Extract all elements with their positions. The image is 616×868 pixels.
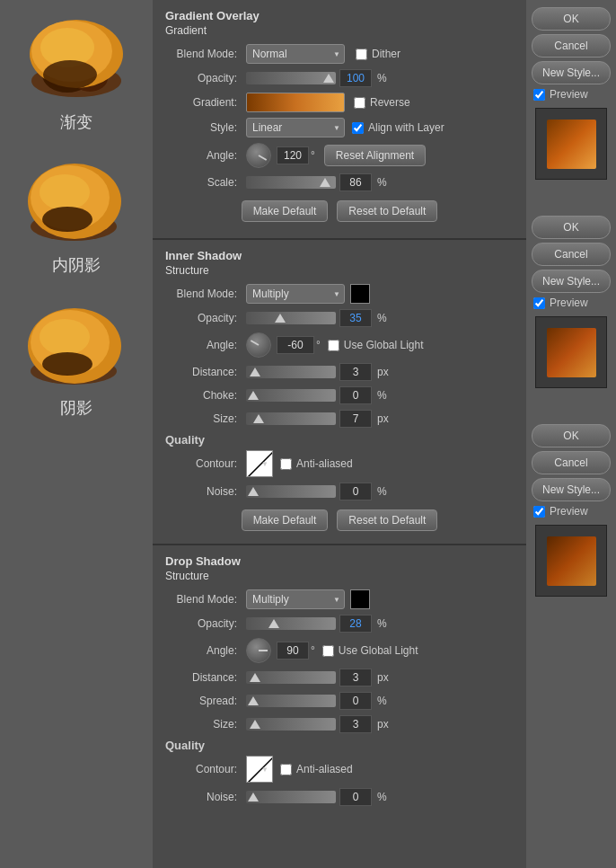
gradient-scale-value[interactable]: 86 (339, 173, 372, 191)
brush-label-2: 内阴影 (52, 254, 101, 276)
drop-spread-value[interactable]: 0 (339, 692, 372, 710)
drop-opacity-value[interactable]: 28 (339, 615, 372, 633)
drop-distance-thumb[interactable] (250, 673, 260, 682)
gradient-angle-value[interactable]: 120 (277, 146, 309, 164)
drop-noise-track[interactable] (246, 791, 336, 803)
gradient-overlay-subtitle: Gradient (165, 24, 514, 37)
gradient-scale-track[interactable] (246, 176, 336, 189)
drop-distance-track[interactable] (246, 671, 336, 684)
gradient-make-default-btn[interactable]: Make Default (242, 200, 329, 222)
drop-opacity-label: Opacity: (165, 617, 246, 630)
right-panel: OK Cancel New Style... Preview OK Cancel… (526, 0, 616, 868)
inner-opacity-track[interactable] (246, 312, 336, 324)
drop-spread-slider-container: 0 % (246, 692, 387, 710)
gradient-reset-btn[interactable]: Reset to Default (337, 200, 437, 222)
drop-blend-mode-select-wrapper[interactable]: Multiply (246, 589, 345, 609)
inner-size-value[interactable]: 7 (339, 410, 372, 428)
gradient-angle-dial[interactable] (246, 143, 271, 168)
gradient-blend-mode-select-wrapper[interactable]: Normal (246, 44, 345, 64)
drop-noise-thumb[interactable] (248, 793, 259, 802)
drop-size-track[interactable] (246, 718, 336, 731)
inner-angle-dial[interactable] (246, 332, 271, 358)
cancel-btn-3[interactable]: Cancel (532, 451, 611, 474)
inner-distance-unit: px (377, 366, 389, 378)
new-style-btn-1[interactable]: New Style... (532, 61, 611, 84)
new-style-btn-2[interactable]: New Style... (532, 270, 611, 293)
drop-opacity-thumb[interactable] (268, 619, 279, 628)
ok-btn-2[interactable]: OK (532, 216, 611, 239)
inner-choke-track[interactable] (246, 389, 336, 402)
cancel-btn-2[interactable]: Cancel (532, 243, 611, 266)
inner-choke-label: Choke: (165, 389, 246, 402)
gradient-angle-dial-line (259, 155, 268, 161)
drop-contour-select-wrapper[interactable] (246, 756, 273, 783)
gradient-opacity-track[interactable] (246, 72, 336, 84)
drop-size-thumb[interactable] (250, 720, 260, 729)
gradient-opacity-value[interactable]: 100 (339, 69, 372, 87)
inner-angle-dial-line (251, 340, 260, 346)
reset-alignment-btn[interactable]: Reset Alignment (324, 145, 426, 166)
inner-global-light-checkbox[interactable] (328, 340, 339, 351)
inner-size-thumb[interactable] (253, 414, 264, 423)
preview-checkbox-3[interactable] (533, 506, 545, 518)
inner-choke-value[interactable]: 0 (339, 386, 372, 404)
gradient-opacity-thumb[interactable] (323, 74, 334, 83)
drop-angle-value[interactable]: 90 (277, 642, 309, 660)
drop-size-value[interactable]: 3 (339, 715, 372, 733)
inner-opacity-thumb[interactable] (275, 314, 286, 323)
gradient-scale-thumb[interactable] (320, 178, 330, 187)
drop-contour-svg (247, 757, 273, 783)
gradient-overlay-panel: Gradient Overlay Gradient Blend Mode: No… (153, 0, 526, 238)
drop-distance-label: Distance: (165, 671, 246, 684)
inner-choke-thumb[interactable] (248, 391, 259, 400)
gradient-opacity-unit: % (377, 72, 387, 84)
brush-illustration-2 (18, 156, 135, 251)
inner-noise-value[interactable]: 0 (339, 483, 372, 500)
ok-btn-1[interactable]: OK (532, 7, 611, 31)
inner-reset-btn[interactable]: Reset to Default (337, 509, 437, 531)
preview-checkbox-1[interactable] (533, 89, 545, 101)
preview-checkbox-2[interactable] (533, 297, 545, 309)
cancel-btn-1[interactable]: Cancel (532, 34, 611, 58)
preview-row-1: Preview (533, 88, 611, 101)
drop-global-light-checkbox[interactable] (322, 645, 334, 657)
inner-blend-mode-select[interactable]: Multiply (246, 284, 345, 304)
reverse-checkbox[interactable] (354, 97, 365, 109)
gradient-scale-label: Scale: (165, 176, 246, 189)
drop-distance-value[interactable]: 3 (339, 669, 372, 686)
inner-size-track[interactable] (246, 412, 336, 425)
drop-angle-dial[interactable] (246, 638, 271, 663)
inner-noise-track[interactable] (246, 485, 336, 498)
inner-contour-select-wrapper[interactable] (246, 450, 273, 477)
drop-blend-mode-select[interactable]: Multiply (246, 589, 345, 609)
inner-anti-alias-checkbox[interactable] (280, 458, 292, 470)
inner-distance-value[interactable]: 3 (339, 363, 372, 381)
drop-opacity-track[interactable] (246, 617, 336, 630)
inner-angle-value[interactable]: -60 (277, 336, 314, 354)
inner-noise-thumb[interactable] (248, 487, 259, 496)
drop-opacity-row: Opacity: 28 % (165, 615, 514, 633)
inner-blend-mode-select-wrapper[interactable]: Multiply (246, 284, 345, 304)
gradient-blend-mode-select[interactable]: Normal (246, 44, 345, 64)
drop-spread-thumb[interactable] (248, 696, 259, 705)
align-checkbox[interactable] (352, 122, 364, 134)
drop-contour-preview[interactable] (246, 756, 273, 783)
preview-label-2: Preview (550, 297, 588, 309)
new-style-btn-3[interactable]: New Style... (532, 478, 611, 501)
dither-checkbox[interactable] (356, 49, 367, 60)
inner-contour-preview[interactable] (246, 450, 273, 477)
inner-color-swatch[interactable] (350, 284, 370, 304)
gradient-style-select-wrapper[interactable]: Linear (246, 118, 345, 137)
ok-btn-3[interactable]: OK (532, 424, 611, 447)
inner-opacity-value[interactable]: 35 (339, 309, 372, 327)
drop-color-swatch[interactable] (350, 589, 370, 609)
drop-noise-value[interactable]: 0 (339, 788, 372, 806)
drop-spread-track[interactable] (246, 695, 336, 707)
inner-angle-label: Angle: (165, 339, 246, 351)
drop-anti-alias-checkbox[interactable] (280, 764, 292, 775)
inner-make-default-btn[interactable]: Make Default (242, 509, 329, 531)
inner-distance-thumb[interactable] (250, 368, 260, 376)
gradient-swatch[interactable] (246, 93, 345, 112)
inner-distance-track[interactable] (246, 366, 336, 378)
gradient-style-select[interactable]: Linear (246, 118, 345, 137)
